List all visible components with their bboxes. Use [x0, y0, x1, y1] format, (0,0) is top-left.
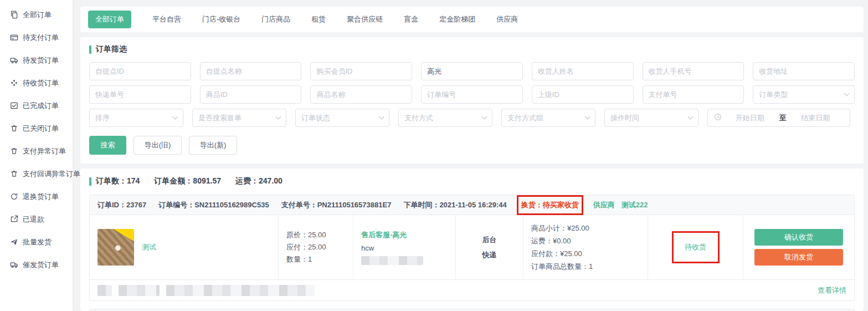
export-new-button[interactable]: 导出(新): [189, 136, 237, 155]
summary-order-count: 订单数：174: [96, 176, 140, 186]
filter-row3: 排序 是否搜索首单 订单状态 支付方式 支付方式组 操作时间: [89, 109, 855, 127]
operate-time-select[interactable]: 操作时间: [604, 109, 698, 127]
date-range-picker[interactable]: 开始日期 至 结束日期: [707, 109, 850, 127]
parent-id-input[interactable]: [532, 85, 634, 104]
actions-cell: 确认收货 取消发货: [743, 215, 854, 279]
sidebar-item-label: 待收货订单: [23, 78, 59, 88]
order-card-body: 测试 原价：25.00 应付：25.00 数量：1 售后客服-高光 hcw 后台: [90, 215, 854, 279]
order-status-select[interactable]: 订单状态: [295, 109, 389, 127]
annotation-box-order-status: 待收货: [672, 231, 720, 263]
pickup-point-id-input[interactable]: [89, 62, 191, 80]
chevron-down-icon: [482, 114, 487, 120]
next-order-card-partial: [89, 309, 855, 311]
annotation-box-exchange-status: 换货：待买家收货: [517, 195, 583, 215]
order-status-text: 待收货: [685, 242, 706, 252]
chevron-down-icon: [276, 114, 281, 120]
supplier-label: 供应商: [593, 200, 615, 210]
view-detail-link[interactable]: 查看详情: [818, 285, 846, 295]
pay-method-group-select-value: 支付方式组: [507, 113, 543, 123]
chevron-down-icon: [688, 114, 694, 120]
freight-amount: 运费：¥0.00: [531, 234, 640, 247]
sidebar-item-pending-receive[interactable]: 待收货订单: [0, 72, 73, 94]
chevron-down-icon: [173, 114, 178, 120]
order-sn: 订单编号：SN211105162989C535: [158, 200, 269, 210]
sidebar-item-label: 退换货订单: [23, 192, 59, 202]
quantity: 数量：1: [286, 253, 345, 266]
sidebar-item-pending-ship[interactable]: 待发货订单: [0, 49, 73, 72]
sidebar-item-completed[interactable]: 已完成订单: [0, 94, 73, 117]
tab-platform-self[interactable]: 平台自营: [152, 14, 181, 24]
tab-all-orders[interactable]: 全部订单: [88, 11, 131, 28]
supplier-name: 测试222: [622, 200, 648, 210]
pay-method-select[interactable]: 支付方式: [398, 109, 492, 127]
sidebar-item-urge-ship[interactable]: 催发货订单: [0, 253, 73, 276]
order-source: 后台: [482, 235, 497, 245]
sidebar-item-pending-payment[interactable]: 待支付订单: [0, 26, 73, 49]
sidebar-item-label: 全部订单: [23, 10, 52, 20]
sidebar-item-closed[interactable]: 已关闭订单: [0, 117, 73, 140]
product-name-link[interactable]: 测试: [142, 242, 156, 252]
cancel-shipment-button[interactable]: 取消发货: [754, 249, 843, 266]
end-date-placeholder[interactable]: 结束日期: [788, 113, 844, 123]
sidebar: 全部订单 待支付订单 待发货订单 待收货订单 已完成订单 已关闭订单 支付异常订…: [0, 0, 73, 311]
tab-blind-box[interactable]: 盲盒: [404, 14, 418, 24]
truck-icon: [10, 261, 18, 269]
order-card: 订单ID：23767 订单编号：SN211105162989C535 支付单号：…: [89, 195, 855, 301]
order-status-select-value: 订单状态: [301, 113, 330, 123]
pay-method-group-select[interactable]: 支付方式组: [501, 109, 595, 127]
bank-card-icon: [10, 33, 18, 42]
goods-name-input[interactable]: [310, 85, 412, 104]
summary-order-amount: 订单金额：8091.57: [154, 176, 221, 186]
tab-supplier[interactable]: 供应商: [496, 14, 518, 24]
redacted-customer-phone: [361, 256, 423, 265]
buyer-member-id-input[interactable]: [310, 62, 412, 80]
tab-store-goods[interactable]: 门店商品: [261, 14, 290, 24]
filter-title: 订单筛选: [89, 44, 855, 54]
search-button[interactable]: 搜索: [89, 136, 126, 155]
redacted-address-block: [119, 285, 160, 296]
receiver-name-input[interactable]: [532, 62, 634, 80]
order-card-header: 订单ID：23767 订单编号：SN211105162989C535 支付单号：…: [90, 195, 854, 215]
product-cell: 测试: [90, 215, 278, 279]
exchange-status-text: 换货：待买家收货: [521, 200, 579, 210]
express-no-input[interactable]: [89, 85, 191, 104]
member-nickname-input[interactable]: [421, 62, 523, 80]
payable-price: 应付：25.00: [286, 241, 345, 253]
receiver-address-input[interactable]: [753, 62, 855, 80]
chevron-down-icon: [844, 91, 850, 96]
delivery-method: 快递: [482, 250, 497, 260]
receiver-phone-input[interactable]: [643, 62, 744, 80]
sidebar-item-pay-error[interactable]: 支付异常订单: [0, 140, 73, 162]
trash-icon: [10, 170, 18, 178]
sidebar-item-label: 已关闭订单: [23, 124, 59, 134]
main-content: 全部订单 平台自营 门店-收银台 门店商品 租赁 聚合供应链 盲盒 定金阶梯团 …: [73, 0, 868, 311]
sidebar-item-label: 已完成订单: [23, 101, 59, 111]
sort-select[interactable]: 排序: [89, 109, 183, 127]
tab-store-cashier[interactable]: 门店-收银台: [202, 14, 240, 24]
filter-actions: 搜索 导出(旧) 导出(新): [89, 136, 855, 155]
start-date-placeholder[interactable]: 开始日期: [722, 113, 778, 123]
order-sn-input[interactable]: [421, 85, 523, 104]
sidebar-item-pay-callback-error[interactable]: 支付回调异常订单: [0, 162, 73, 185]
send-icon: [10, 238, 18, 246]
filter-title-text: 订单筛选: [96, 44, 127, 54]
tab-supply-chain[interactable]: 聚合供应链: [347, 14, 383, 24]
pay-no-input[interactable]: [643, 85, 744, 104]
product-image[interactable]: [97, 229, 134, 266]
first-order-select[interactable]: 是否搜索首单: [192, 109, 286, 127]
sidebar-item-label: 待发货订单: [23, 55, 59, 65]
sidebar-item-returns[interactable]: 退换货订单: [0, 185, 73, 208]
sidebar-item-batch-ship[interactable]: 批量发货: [0, 231, 73, 253]
order-type-select[interactable]: 订单类型: [753, 85, 855, 104]
goods-id-input[interactable]: [200, 85, 302, 104]
export-old-button[interactable]: 导出(旧): [133, 136, 182, 155]
pickup-point-name-input[interactable]: [200, 62, 302, 80]
order-type-select-value: 订单类型: [759, 90, 788, 100]
tab-deposit-ladder[interactable]: 定金阶梯团: [439, 14, 475, 24]
summary-freight: 运费：247.00: [235, 176, 283, 186]
sidebar-item-label: 催发货订单: [23, 260, 59, 270]
sidebar-item-refunded[interactable]: 已退款: [0, 208, 73, 231]
tab-lease[interactable]: 租赁: [311, 14, 326, 24]
confirm-receipt-button[interactable]: 确认收货: [754, 229, 843, 246]
sidebar-item-all-orders[interactable]: 全部订单: [0, 3, 73, 26]
